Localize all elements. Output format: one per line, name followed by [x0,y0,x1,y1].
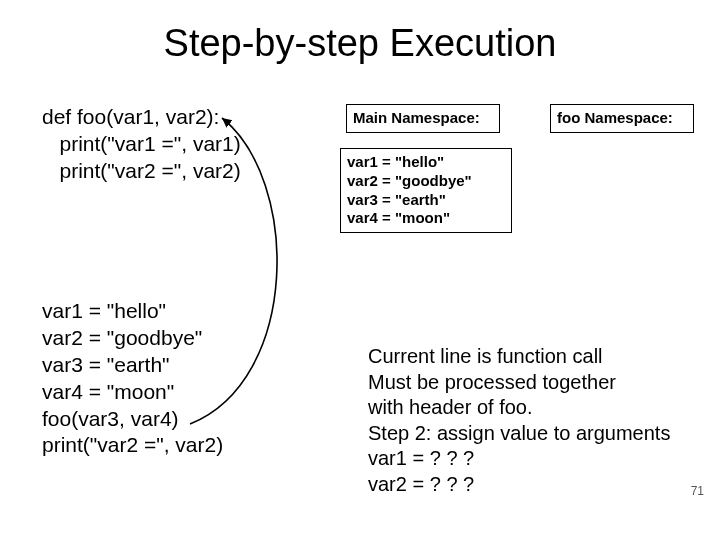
foo-namespace-label: foo Namespace: [550,104,694,133]
explain-line: Step 2: assign value to arguments [368,421,698,447]
explain-line: Must be processed together [368,370,698,396]
page-number: 71 [691,484,704,498]
explanation-text: Current line is function call Must be pr… [368,344,698,498]
explain-line: with header of foo. [368,395,698,421]
main-namespace-body: var1 = "hello" var2 = "goodbye" var3 = "… [340,148,512,233]
slide-title: Step-by-step Execution [0,22,720,65]
explain-line: Current line is function call [368,344,698,370]
explain-line: var1 = ? ? ? [368,446,698,472]
code-block-function-def: def foo(var1, var2): print("var1 =", var… [42,104,241,185]
explain-line: var2 = ? ? ? [368,472,698,498]
main-namespace-label: Main Namespace: [346,104,500,133]
code-block-main: var1 = "hello" var2 = "goodbye" var3 = "… [42,298,223,459]
